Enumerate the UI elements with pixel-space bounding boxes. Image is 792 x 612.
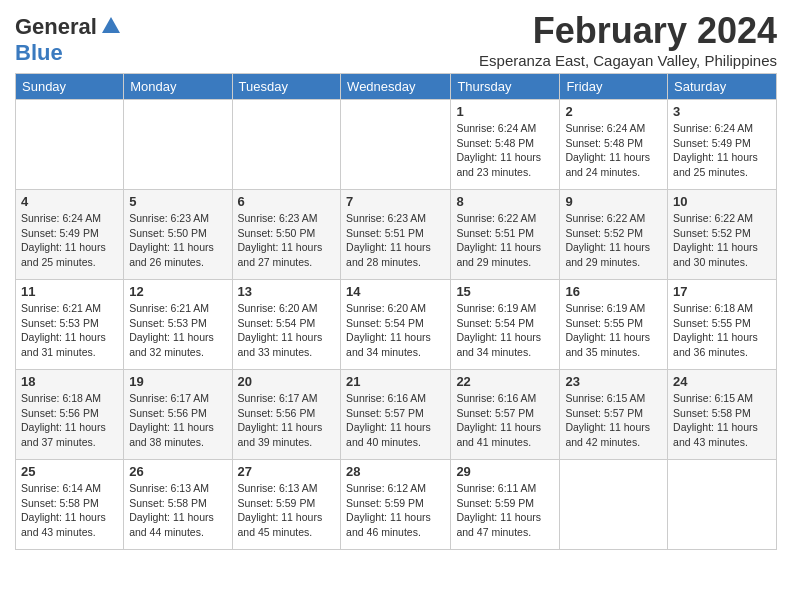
cell-date: 8	[456, 194, 554, 209]
cell-info: Sunrise: 6:20 AM Sunset: 5:54 PM Dayligh…	[346, 301, 445, 360]
calendar-cell: 25Sunrise: 6:14 AM Sunset: 5:58 PM Dayli…	[16, 460, 124, 550]
calendar-cell: 21Sunrise: 6:16 AM Sunset: 5:57 PM Dayli…	[341, 370, 451, 460]
cell-info: Sunrise: 6:23 AM Sunset: 5:51 PM Dayligh…	[346, 211, 445, 270]
cell-date: 25	[21, 464, 118, 479]
cell-info: Sunrise: 6:15 AM Sunset: 5:58 PM Dayligh…	[673, 391, 771, 450]
cell-info: Sunrise: 6:12 AM Sunset: 5:59 PM Dayligh…	[346, 481, 445, 540]
calendar-cell: 27Sunrise: 6:13 AM Sunset: 5:59 PM Dayli…	[232, 460, 341, 550]
cell-info: Sunrise: 6:18 AM Sunset: 5:55 PM Dayligh…	[673, 301, 771, 360]
cell-date: 12	[129, 284, 226, 299]
cell-info: Sunrise: 6:22 AM Sunset: 5:51 PM Dayligh…	[456, 211, 554, 270]
calendar-cell: 3Sunrise: 6:24 AM Sunset: 5:49 PM Daylig…	[668, 100, 777, 190]
cell-info: Sunrise: 6:17 AM Sunset: 5:56 PM Dayligh…	[129, 391, 226, 450]
cell-info: Sunrise: 6:21 AM Sunset: 5:53 PM Dayligh…	[21, 301, 118, 360]
header: General Blue February 2024 Esperanza Eas…	[15, 10, 777, 69]
calendar-cell: 14Sunrise: 6:20 AM Sunset: 5:54 PM Dayli…	[341, 280, 451, 370]
calendar-cell: 5Sunrise: 6:23 AM Sunset: 5:50 PM Daylig…	[124, 190, 232, 280]
cell-info: Sunrise: 6:18 AM Sunset: 5:56 PM Dayligh…	[21, 391, 118, 450]
calendar-cell	[341, 100, 451, 190]
calendar-cell: 22Sunrise: 6:16 AM Sunset: 5:57 PM Dayli…	[451, 370, 560, 460]
cell-date: 28	[346, 464, 445, 479]
calendar-week-2: 4Sunrise: 6:24 AM Sunset: 5:49 PM Daylig…	[16, 190, 777, 280]
header-day-friday: Friday	[560, 74, 668, 100]
header-day-tuesday: Tuesday	[232, 74, 341, 100]
calendar-cell: 17Sunrise: 6:18 AM Sunset: 5:55 PM Dayli…	[668, 280, 777, 370]
cell-date: 19	[129, 374, 226, 389]
calendar-week-4: 18Sunrise: 6:18 AM Sunset: 5:56 PM Dayli…	[16, 370, 777, 460]
calendar-cell	[232, 100, 341, 190]
cell-info: Sunrise: 6:23 AM Sunset: 5:50 PM Dayligh…	[238, 211, 336, 270]
cell-date: 26	[129, 464, 226, 479]
cell-date: 15	[456, 284, 554, 299]
cell-info: Sunrise: 6:13 AM Sunset: 5:59 PM Dayligh…	[238, 481, 336, 540]
calendar-cell	[124, 100, 232, 190]
svg-marker-0	[102, 17, 120, 33]
calendar-cell	[560, 460, 668, 550]
cell-date: 13	[238, 284, 336, 299]
cell-date: 20	[238, 374, 336, 389]
header-day-sunday: Sunday	[16, 74, 124, 100]
calendar-cell: 6Sunrise: 6:23 AM Sunset: 5:50 PM Daylig…	[232, 190, 341, 280]
cell-info: Sunrise: 6:24 AM Sunset: 5:49 PM Dayligh…	[673, 121, 771, 180]
cell-date: 21	[346, 374, 445, 389]
cell-date: 23	[565, 374, 662, 389]
calendar-header-row: SundayMondayTuesdayWednesdayThursdayFrid…	[16, 74, 777, 100]
cell-info: Sunrise: 6:15 AM Sunset: 5:57 PM Dayligh…	[565, 391, 662, 450]
cell-info: Sunrise: 6:19 AM Sunset: 5:54 PM Dayligh…	[456, 301, 554, 360]
cell-date: 18	[21, 374, 118, 389]
logo-icon	[100, 15, 122, 37]
cell-date: 10	[673, 194, 771, 209]
calendar-cell: 7Sunrise: 6:23 AM Sunset: 5:51 PM Daylig…	[341, 190, 451, 280]
cell-date: 24	[673, 374, 771, 389]
calendar-cell: 8Sunrise: 6:22 AM Sunset: 5:51 PM Daylig…	[451, 190, 560, 280]
calendar-cell: 15Sunrise: 6:19 AM Sunset: 5:54 PM Dayli…	[451, 280, 560, 370]
cell-info: Sunrise: 6:22 AM Sunset: 5:52 PM Dayligh…	[565, 211, 662, 270]
cell-info: Sunrise: 6:13 AM Sunset: 5:58 PM Dayligh…	[129, 481, 226, 540]
cell-date: 6	[238, 194, 336, 209]
calendar-week-5: 25Sunrise: 6:14 AM Sunset: 5:58 PM Dayli…	[16, 460, 777, 550]
cell-date: 27	[238, 464, 336, 479]
cell-date: 29	[456, 464, 554, 479]
calendar-cell: 20Sunrise: 6:17 AM Sunset: 5:56 PM Dayli…	[232, 370, 341, 460]
calendar-cell: 29Sunrise: 6:11 AM Sunset: 5:59 PM Dayli…	[451, 460, 560, 550]
cell-info: Sunrise: 6:11 AM Sunset: 5:59 PM Dayligh…	[456, 481, 554, 540]
cell-info: Sunrise: 6:21 AM Sunset: 5:53 PM Dayligh…	[129, 301, 226, 360]
cell-info: Sunrise: 6:23 AM Sunset: 5:50 PM Dayligh…	[129, 211, 226, 270]
logo-blue: Blue	[15, 40, 63, 65]
header-day-wednesday: Wednesday	[341, 74, 451, 100]
calendar-week-3: 11Sunrise: 6:21 AM Sunset: 5:53 PM Dayli…	[16, 280, 777, 370]
calendar-cell: 24Sunrise: 6:15 AM Sunset: 5:58 PM Dayli…	[668, 370, 777, 460]
cell-date: 3	[673, 104, 771, 119]
cell-date: 16	[565, 284, 662, 299]
header-day-thursday: Thursday	[451, 74, 560, 100]
cell-info: Sunrise: 6:22 AM Sunset: 5:52 PM Dayligh…	[673, 211, 771, 270]
cell-info: Sunrise: 6:16 AM Sunset: 5:57 PM Dayligh…	[456, 391, 554, 450]
header-day-monday: Monday	[124, 74, 232, 100]
header-day-saturday: Saturday	[668, 74, 777, 100]
calendar-cell: 2Sunrise: 6:24 AM Sunset: 5:48 PM Daylig…	[560, 100, 668, 190]
calendar-cell: 4Sunrise: 6:24 AM Sunset: 5:49 PM Daylig…	[16, 190, 124, 280]
calendar-cell: 12Sunrise: 6:21 AM Sunset: 5:53 PM Dayli…	[124, 280, 232, 370]
calendar-cell: 13Sunrise: 6:20 AM Sunset: 5:54 PM Dayli…	[232, 280, 341, 370]
calendar-week-1: 1Sunrise: 6:24 AM Sunset: 5:48 PM Daylig…	[16, 100, 777, 190]
calendar-cell: 19Sunrise: 6:17 AM Sunset: 5:56 PM Dayli…	[124, 370, 232, 460]
calendar-cell	[668, 460, 777, 550]
cell-info: Sunrise: 6:19 AM Sunset: 5:55 PM Dayligh…	[565, 301, 662, 360]
calendar-cell: 26Sunrise: 6:13 AM Sunset: 5:58 PM Dayli…	[124, 460, 232, 550]
calendar: SundayMondayTuesdayWednesdayThursdayFrid…	[15, 73, 777, 550]
cell-date: 11	[21, 284, 118, 299]
cell-info: Sunrise: 6:20 AM Sunset: 5:54 PM Dayligh…	[238, 301, 336, 360]
cell-date: 1	[456, 104, 554, 119]
title-area: February 2024 Esperanza East, Cagayan Va…	[479, 10, 777, 69]
logo-general: General	[15, 14, 97, 40]
calendar-cell: 1Sunrise: 6:24 AM Sunset: 5:48 PM Daylig…	[451, 100, 560, 190]
logo: General Blue	[15, 14, 122, 66]
calendar-cell: 10Sunrise: 6:22 AM Sunset: 5:52 PM Dayli…	[668, 190, 777, 280]
calendar-cell: 18Sunrise: 6:18 AM Sunset: 5:56 PM Dayli…	[16, 370, 124, 460]
cell-date: 2	[565, 104, 662, 119]
calendar-cell: 28Sunrise: 6:12 AM Sunset: 5:59 PM Dayli…	[341, 460, 451, 550]
calendar-cell: 11Sunrise: 6:21 AM Sunset: 5:53 PM Dayli…	[16, 280, 124, 370]
cell-info: Sunrise: 6:24 AM Sunset: 5:49 PM Dayligh…	[21, 211, 118, 270]
cell-info: Sunrise: 6:14 AM Sunset: 5:58 PM Dayligh…	[21, 481, 118, 540]
cell-date: 5	[129, 194, 226, 209]
